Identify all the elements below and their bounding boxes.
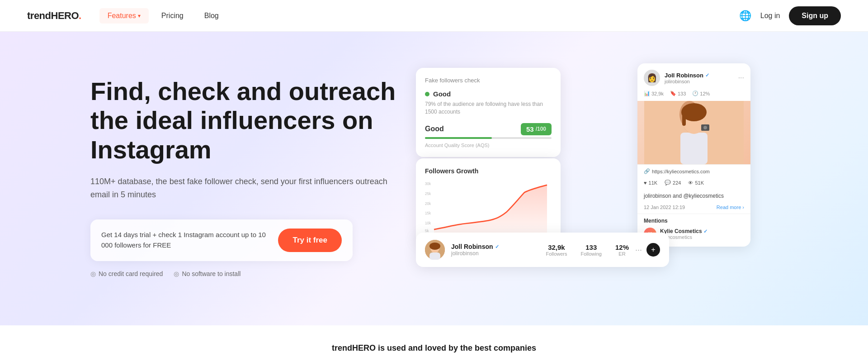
like-val: 11K [649,180,658,186]
influencer-followers-stat: 32,9k Followers [546,243,567,257]
hero-left: Find, check and outreach the ideal influ… [90,59,398,277]
nav-features[interactable]: Features ▾ [99,8,149,24]
profile-likes-row: ♥ 11K 💬 224 👁 51K [637,178,750,189]
check-circle-icon: ◎ [90,270,96,277]
fake-followers-desc: 79% of the audience are following have l… [425,100,552,116]
nav-blog-label: Blog [204,12,219,19]
score-value: 53 [526,125,534,133]
stat-followers: 📊 32,9k [644,90,664,96]
score-max: /100 [536,126,546,132]
fake-followers-title: Fake followers check [425,77,552,84]
comment-count: 💬 224 [665,180,681,186]
share-val: 51K [695,180,704,186]
profile-image [637,101,750,164]
influencer-handle: jolirobinson [451,250,539,257]
influencer-followers-label: Followers [546,251,567,257]
mention-name: Kylie Cosmetics ✓ [660,228,708,234]
svg-text:20k: 20k [425,201,431,205]
trust-item-software: ◎ No software to install [174,270,241,277]
hero-right: Fake followers check Good 79% of the aud… [398,59,778,303]
profile-name: Joll Robinson ✓ [665,72,734,79]
influencer-list-card: Joll Robinson ✓ jolirobinson 32,9k Follo… [416,233,669,267]
influencer-row: Joll Robinson ✓ jolirobinson 32,9k Follo… [425,240,660,260]
chevron-down-icon: ▾ [138,13,141,19]
svg-text:30k: 30k [425,181,431,186]
mentions-title: Mentions [644,218,744,224]
score-bar [425,137,552,139]
link-icon: 🔗 [644,168,650,174]
nav-blog[interactable]: Blog [196,8,227,24]
header-right: 🌐 Log in Sign up [739,6,841,25]
mention-verified-icon: ✓ [703,229,708,234]
influencer-info: Joll Robinson ✓ jolirobinson [451,243,539,257]
nav-pricing-label: Pricing [161,12,184,19]
profile-link[interactable]: 🔗 https://kyliecosmetics.com [637,164,750,178]
svg-text:15k: 15k [425,211,431,215]
svg-text:10k: 10k [425,221,431,225]
green-dot-icon [425,92,429,96]
score-badge: 53 /100 [521,123,552,135]
logo[interactable]: trendHERO. [27,10,81,22]
svg-point-17 [429,243,440,250]
good-label: Good [433,90,451,98]
profile-name-text: Joll Robinson [665,72,703,79]
nav-pricing[interactable]: Pricing [153,8,192,24]
more-options-icon[interactable]: ··· [738,74,744,82]
check-circle-icon-2: ◎ [174,270,179,277]
profile-info: Joll Robinson ✓ jolirobinson [665,72,734,84]
comment-val: 224 [673,180,681,186]
influencer-following-label: Following [580,251,601,257]
profile-engagement: jolirobinson and @kyliecosmetics [637,189,750,203]
svg-rect-18 [429,252,440,260]
followers-growth-card: Followers Growth 30k 25k 20k 15k 10k 5k [416,158,561,243]
influencer-name: Joll Robinson ✓ [451,243,539,250]
main-nav: Features ▾ Pricing Blog [99,8,739,24]
influencer-more-icon[interactable]: ··· [635,245,642,255]
hero-subtitle: 110M+ database, the best fake follower c… [90,175,398,201]
profile-card: 👩 Joll Robinson ✓ jolirobinson ··· 📊 [637,63,750,247]
login-button[interactable]: Log in [760,12,780,20]
influencer-avatar [425,240,445,260]
profile-photo-svg [637,101,750,164]
bottom-section: trendHERO is used and loved by the best … [0,325,868,362]
nav-features-label: Features [108,12,136,20]
try-it-free-button[interactable]: Try it free [278,229,342,252]
profile-stats: 📊 32,9k 🔖 133 🕐 12% [637,90,750,101]
influencer-er-stat: 12% ER [615,243,629,257]
hero-title: Find, check and outreach the ideal influ… [90,77,398,164]
signup-button[interactable]: Sign up [789,6,841,25]
globe-icon[interactable]: 🌐 [739,10,751,22]
read-more-button[interactable]: Read more › [717,205,744,210]
stat-er: 🕐 12% [692,90,710,96]
influencer-following-val: 133 [580,243,601,251]
trust-text-software: No software to install [182,270,241,277]
hero-content: Find, check and outreach the ideal influ… [0,32,868,325]
influencer-er-label: ER [615,251,629,257]
score-row: Good 53 /100 [425,123,552,135]
influencer-add-button[interactable]: + [646,243,660,257]
trust-row: ◎ No credit card required ◎ No software … [90,270,398,277]
logo-text: trend [27,10,51,22]
stat-following: 🔖 133 [670,90,686,96]
cta-box: Get 14 days trial + check 1 Instagram ac… [90,219,353,261]
trust-text-credit: No credit card required [99,270,163,277]
share-count: 👁 51K [688,180,704,186]
svg-rect-9 [680,133,708,164]
share-icon: 👁 [688,180,693,186]
svg-text:25k: 25k [425,191,431,195]
logo-dot: . [79,10,81,22]
heart-icon: ♥ [644,180,647,186]
influencer-avatar-svg [425,240,445,260]
profile-avatar: 👩 [644,70,660,86]
fake-followers-card: Fake followers check Good 79% of the aud… [416,68,561,157]
svg-rect-12 [682,110,686,126]
score-label: Account Quality Score (AQS) [425,143,552,148]
profile-handle: jolirobinson [665,79,734,84]
stat-followers-val: 32,9k [651,91,664,96]
svg-point-14 [703,126,707,129]
influencer-followers-val: 32,9k [546,243,567,251]
hero-section: Find, check and outreach the ideal influ… [0,32,868,362]
influencer-following-stat: 133 Following [580,243,601,257]
comment-icon: 💬 [665,180,671,186]
profile-date-row: 12 Jan 2022 12:19 Read more › [637,203,750,214]
